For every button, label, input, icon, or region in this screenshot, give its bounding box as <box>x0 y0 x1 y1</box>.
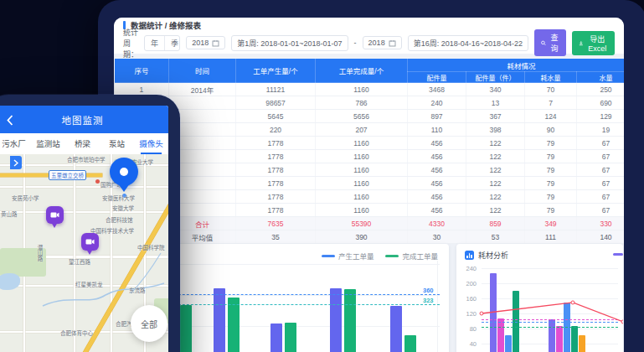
table-total-row: 合计7635553904330859349330 <box>115 217 625 230</box>
charts-row: 产生工单量完成工单量 360323 耗材分析 2402001601208040 <box>120 244 623 352</box>
map-label: 安居苑小学 <box>12 194 39 202</box>
table-row: 8177811604561227967 <box>115 177 625 190</box>
col-subheader-3: 耗水量 <box>525 72 577 83</box>
bar-chart-icon <box>465 251 474 260</box>
map-label: 东流路 <box>129 286 146 294</box>
table-cell: 250 <box>577 83 625 96</box>
table-cell: 349 <box>525 217 577 230</box>
back-chevron-icon[interactable] <box>7 114 13 129</box>
table-cell: 122 <box>466 150 525 163</box>
table-cell: 859 <box>466 217 525 230</box>
table-cell: 1160 <box>316 150 408 163</box>
map-pin-marker[interactable] <box>110 158 138 186</box>
col-header-consumables: 耗材情况 <box>408 59 625 72</box>
table-cell: 13 <box>466 96 525 110</box>
phone-tab-桥梁[interactable]: 桥梁 <box>65 133 100 154</box>
table-cell: 122 <box>466 177 525 190</box>
chart-title: 耗材分析 <box>478 250 508 261</box>
table-row: 356455656897367124129 <box>115 110 625 123</box>
show-all-button[interactable]: 全部 <box>131 305 167 342</box>
bar-完成工单量 <box>228 298 240 352</box>
calendar-icon <box>389 39 396 47</box>
from-week-input[interactable]: 第1周: 2018-01-01~2018-01-07 <box>231 35 348 51</box>
reference-line <box>482 322 618 323</box>
col-subheader-4: 水量 <box>577 72 625 83</box>
phone-tab-监测站[interactable]: 监测站 <box>31 133 65 154</box>
table-cell: 90 <box>525 123 577 137</box>
table-row: 9177811604561227967 <box>115 190 625 204</box>
calendar-icon <box>212 39 219 47</box>
period-option-年[interactable]: 年 <box>145 36 164 50</box>
bar-产生工单量 <box>390 306 402 352</box>
y-tick-label: 200 <box>458 280 477 287</box>
legend-swatch <box>385 255 399 257</box>
bar-完成工单量 <box>285 323 296 352</box>
table-cell: 122 <box>466 137 525 150</box>
to-week-value: 第16周: 2018-04-16~2018-04-22 <box>414 38 523 49</box>
gridline <box>482 313 618 314</box>
export-excel-button[interactable]: 导出Excel <box>572 31 615 55</box>
table-cell: 5656 <box>316 110 408 123</box>
table-cell: 456 <box>408 204 466 217</box>
map-view[interactable]: 合肥市琥珀中学安徽农业大学五里墩立交桥国购广场安徽医科大学安居苑小学安徽大学合肥… <box>0 154 168 352</box>
map-label: 五里墩立交桥 <box>49 170 86 180</box>
table-cell: 79 <box>525 163 577 177</box>
bar-series-1 <box>497 318 504 352</box>
table-cell: 55390 <box>316 217 408 230</box>
range-separator: - <box>354 39 357 47</box>
period-label: 统计周期： <box>123 27 138 60</box>
map-label: 安徽大学 <box>112 204 134 212</box>
query-button[interactable]: 查询 <box>534 29 566 56</box>
filter-bar: 统计周期： 年季月周日 2018 第1周: 2018-01-01~2018-01… <box>114 32 624 54</box>
from-year-select[interactable]: 2018 <box>186 36 225 49</box>
screenshot-stage: 数据统计 / 维修报表 统计周期： 年季月周日 2018 第1周: 2018-0… <box>0 0 644 352</box>
to-year-value: 2018 <box>368 39 385 47</box>
camera-marker[interactable] <box>46 206 64 224</box>
table-cell: 124 <box>525 110 577 123</box>
table-cell: 2014年 <box>169 83 236 96</box>
chart-legend: 产生工单量完成工单量 <box>322 251 438 261</box>
legend-item: 完成工单量 <box>385 251 438 261</box>
col-header-no: 序号 <box>115 59 169 83</box>
camera-marker[interactable] <box>81 233 99 251</box>
chevron-right-icon <box>13 159 18 167</box>
map-label: 合肥体育中心 <box>60 329 93 337</box>
phone-tab-摄像头[interactable]: 摄像头 <box>134 133 168 154</box>
bar-完成工单量 <box>344 289 356 352</box>
to-year-select[interactable]: 2018 <box>363 36 402 49</box>
table-average-row: 平均值353903053111140 <box>115 230 625 244</box>
table-body: 12014年1112111603468340702502986577862401… <box>115 83 625 244</box>
to-week-input[interactable]: 第16周: 2018-04-16~2018-04-22 <box>408 35 528 51</box>
table-cell: 4330 <box>408 217 466 230</box>
period-option-季[interactable]: 季 <box>164 36 180 50</box>
table-cell: 30 <box>408 230 466 244</box>
table-cell: 122 <box>466 204 525 217</box>
table-cell <box>169 96 236 110</box>
table-cell: 67 <box>577 204 625 217</box>
table-cell: 11121 <box>236 83 316 96</box>
table-cell: 67 <box>577 150 625 163</box>
legend-label: 完成工单量 <box>402 251 438 261</box>
table-cell: 122 <box>466 190 525 204</box>
phone-tab-污水厂[interactable]: 污水厂 <box>0 133 31 154</box>
table-cell: 129 <box>577 110 625 123</box>
gridline <box>482 283 618 284</box>
table-cell: 1778 <box>236 137 316 150</box>
table-row: 10177811604561227967 <box>115 204 625 217</box>
y-tick-label: 40 <box>458 340 477 348</box>
table-cell: 98657 <box>236 96 316 110</box>
phone-tab-泵站[interactable]: 泵站 <box>100 133 134 154</box>
table-cell: 7 <box>525 96 577 110</box>
table-cell: 67 <box>577 137 625 150</box>
col-header-created: 工单产生量/个 <box>236 59 316 83</box>
table-cell: 19 <box>577 123 625 137</box>
table-cell: 690 <box>577 96 625 110</box>
col-header-done: 工单完成量/个 <box>316 59 408 83</box>
table-cell: 1160 <box>316 204 408 217</box>
phone-tab-bar: 污水厂监测站桥梁泵站摄像头 <box>0 133 168 155</box>
table-cell: 240 <box>408 96 466 110</box>
search-icon <box>541 39 546 47</box>
table-row: 7177811604561227967 <box>115 163 625 177</box>
table-cell: 79 <box>525 190 577 204</box>
expand-panel-button[interactable] <box>10 156 22 169</box>
